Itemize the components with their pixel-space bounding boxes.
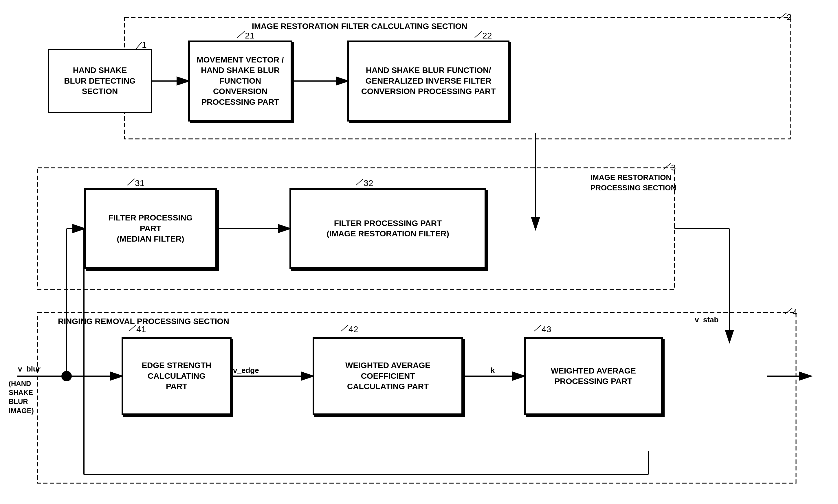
block-movement-vector: MOVEMENT VECTOR /HAND SHAKE BLURFUNCTION… bbox=[188, 40, 292, 122]
block-hand-shake-blur: HAND SHAKEBLUR DETECTINGSECTION bbox=[48, 49, 152, 113]
block-filter-processing-image: FILTER PROCESSING PART(IMAGE RESTORATION… bbox=[289, 188, 486, 269]
ref-1: 1 bbox=[142, 40, 147, 50]
signal-k: k bbox=[491, 366, 495, 375]
svg-line-29 bbox=[475, 31, 482, 38]
svg-line-27 bbox=[785, 308, 792, 314]
block-hand-shake-blur-function: HAND SHAKE BLUR FUNCTION/GENERALIZED INV… bbox=[347, 40, 510, 122]
block-filter-processing-median: FILTER PROCESSINGPART(MEDIAN FILTER) bbox=[84, 188, 217, 269]
svg-line-28 bbox=[237, 31, 245, 38]
signal-hand-shake-image: (HANDSHAKEBLURIMAGE) bbox=[9, 379, 34, 415]
ref-32: 32 bbox=[363, 178, 373, 188]
block-weighted-avg-processing: WEIGHTED AVERAGEPROCESSING PART bbox=[524, 337, 663, 415]
ref-4: 4 bbox=[792, 307, 798, 317]
svg-line-25 bbox=[779, 13, 786, 19]
ref-3: 3 bbox=[671, 163, 676, 173]
ref-2: 2 bbox=[787, 12, 792, 22]
ref-43: 43 bbox=[541, 324, 551, 334]
ref-22: 22 bbox=[482, 31, 492, 40]
section-label-ringing-removal: RINGING REMOVAL PROCESSING SECTION bbox=[58, 317, 229, 326]
ref-42: 42 bbox=[349, 324, 358, 334]
signal-v-edge: v_edge bbox=[233, 366, 259, 375]
svg-line-34 bbox=[534, 325, 541, 331]
section-label-image-restoration-processing: IMAGE RESTORATIONPROCESSING SECTION bbox=[590, 172, 676, 193]
svg-line-26 bbox=[663, 163, 671, 169]
ref-21: 21 bbox=[245, 31, 254, 40]
svg-line-33 bbox=[341, 325, 348, 331]
block-weighted-avg-coeff: WEIGHTED AVERAGECOEFFICIENTCALCULATING P… bbox=[313, 337, 463, 415]
ref-31: 31 bbox=[135, 178, 144, 188]
signal-v-stab: v_stab bbox=[695, 316, 718, 324]
signal-v-blur: v_blur bbox=[18, 364, 40, 374]
section-label-image-restoration-filter: IMAGE RESTORATION FILTER CALCULATING SEC… bbox=[252, 22, 467, 31]
svg-line-30 bbox=[127, 179, 135, 185]
diagram-container: 1 2 3 4 21 22 31 32 41 42 43 IMAGE RESTO… bbox=[0, 0, 838, 504]
block-edge-strength: EDGE STRENGTHCALCULATINGPART bbox=[122, 337, 232, 415]
svg-line-31 bbox=[356, 179, 363, 185]
